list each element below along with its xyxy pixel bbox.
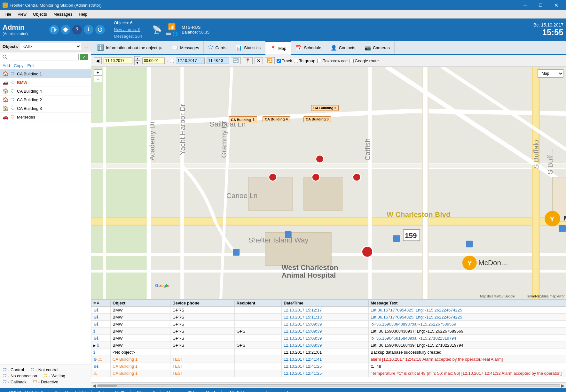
col-object[interactable]: Object [111,300,170,307]
table-row[interactable]: ⊕ ⚠ CA Building 1 TEST 12.10.2017 12:41:… [91,356,566,363]
to-group-checkbox[interactable] [294,59,298,63]
table-row[interactable]: ⊕ℹ BMW GPRS 12.10.2017 15:08:39 lo=36.15… [91,335,566,342]
close-button[interactable]: ✕ [549,0,563,10]
table-row[interactable]: ℹ BMW GPRS GPS 12.10.2017 15:09:39 Lat: … [91,328,566,335]
list-item[interactable]: 🏠 🛡 CA Building 3 [0,104,91,113]
logout-icon-btn[interactable] [49,25,59,35]
track-checkbox-label[interactable]: Track [277,58,292,63]
refresh-button[interactable]: 🔄 [231,57,241,64]
table-row[interactable]: ⊕ℹ CA Building 1 TEST 12.10.2017 12:41:2… [91,363,566,370]
new-alarms-link[interactable]: New alarms: 0 [114,27,140,32]
google-route-label: Google route [355,58,379,63]
col-datetime[interactable]: Date/Time [281,300,368,307]
restore-button[interactable]: 🔁 [265,57,275,64]
minimize-button[interactable]: ─ [518,0,533,10]
copy-object-button[interactable]: Copy [14,63,23,68]
legend-control: 🛡 - Control [3,367,24,372]
list-item[interactable]: 🚗 🛡 Mersedes [0,113,91,121]
date-from-input[interactable] [104,58,132,64]
car-icon: 🚗 [3,80,9,85]
edit-object-button[interactable]: Edit [28,63,35,68]
menu-file[interactable]: File [1,11,14,18]
tab-info[interactable]: ℹ️ Information about the object ▶ [92,41,167,54]
table-row[interactable]: ℹ <No object> 12.10.2017 13:21:01 Backup… [91,349,566,356]
row-recipient [234,321,281,328]
time-to-input[interactable] [207,58,229,64]
time-up-button[interactable]: ▲ [134,56,140,61]
zoom-in-button[interactable]: + [94,69,102,76]
tab-contacts-label: Contacts [339,45,355,50]
scroll-left-button[interactable]: ◀ [92,383,96,388]
legend-callback-label: - Callback [8,380,27,384]
row-recipient [234,314,281,321]
tab-messages[interactable]: ✉️ Messages [167,41,204,54]
legend-defective: 🛡 - Defective [33,380,58,384]
info-icon-btn[interactable]: i [84,25,93,35]
date-to-input[interactable] [176,58,205,64]
list-item[interactable]: 🏠 🛡 CA Building 1 [0,70,91,78]
menu-view[interactable]: View [14,11,30,18]
zoom-out-button[interactable]: – [94,76,102,82]
tab-schedule[interactable]: 📅 Schedule [291,41,326,54]
search-input[interactable] [9,54,79,60]
row-object: CA Building 1 [111,363,170,370]
col-message-text[interactable]: Message Text [368,300,566,307]
menu-objects[interactable]: Objects [30,11,50,18]
row-icons: ℹ [91,349,111,356]
row-device: GPRS [170,307,235,314]
table-row[interactable]: ▶ ℹ BMW GPRS GPS 12.10.2017 15:08:39 Lat… [91,342,566,349]
google-route-checkbox[interactable] [350,59,354,63]
scroll-right-button[interactable]: ▶ [561,383,565,388]
tab-statistics[interactable]: 📊 Statistics [231,41,265,54]
to-group-checkbox-label[interactable]: To group [294,58,315,63]
table-row[interactable]: ⊕ℹ BMW GPRS 12.10.2017 15:09:39 lo=36.15… [91,321,566,328]
data-table-scroll[interactable]: ≡ ⬇ Object Device phone Recipient Date/T… [91,299,566,382]
tab-contacts[interactable]: 👤 Contacts [326,41,360,54]
add-object-button[interactable]: Add [3,63,10,68]
sidebar-filter-select[interactable]: <All> [20,43,81,50]
table-row[interactable]: ⊕ℹ BMW GPRS 12.10.2017 15:12:17 Lat:36.1… [91,307,566,314]
tab-cards[interactable]: 🛡 Cards [204,41,231,54]
table-row[interactable]: ⚠ CA Building 1 TEST 12.10.2017 12:41:25… [91,370,566,377]
col-recipient[interactable]: Recipient [234,300,281,307]
list-item[interactable]: 🏠 🛡 CA Building 4 [0,87,91,96]
sidebar-more-btn[interactable]: … [83,44,88,50]
menu-messages[interactable]: Messages [50,11,75,18]
shield-icon: 🛡 [11,114,15,119]
list-item[interactable]: 🚗 🛡 BMW [0,78,91,87]
google-route-checkbox-label[interactable]: Google route [350,58,379,63]
col-device-phone[interactable]: Device phone [170,300,235,307]
time-from-input[interactable] [142,58,165,64]
list-item[interactable]: 🏠 🛡 CA Building 2 [0,96,91,104]
search-go-button[interactable]: ✓ [80,54,88,60]
maximize-button[interactable]: □ [533,0,548,10]
help-icon-btn[interactable]: ? [72,25,82,35]
tab-cameras[interactable]: 📷 Cameras [360,41,395,54]
row-icons: ⊕ ⚠ [91,356,111,363]
report-map-error-link[interactable]: Report a map error [535,294,566,298]
messages-link[interactable]: Messages: 264 [114,34,142,39]
time-down-button[interactable]: ▼ [134,61,140,65]
row-icons: ⊕ℹ [91,307,111,314]
row-device [170,349,235,356]
menu-help[interactable]: Help [75,11,90,18]
track-checkbox[interactable] [277,59,281,63]
no-connection-shield-icon: 🛡 [3,373,7,378]
svg-rect-0 [52,27,54,32]
settings-icon-btn[interactable] [61,25,70,35]
tab-map[interactable]: 📍 Map [265,41,291,55]
map-container[interactable]: Sun wood Dr Grammy Dr Academy Dr Yacht H… [91,67,566,299]
table-row[interactable]: ⊕ℹ BMW GPRS 12.10.2017 15:11:13 Lat:36.1… [91,314,566,321]
prev-arrow-button[interactable]: ◀ [94,57,102,64]
date-checkbox[interactable] [170,59,174,63]
show-all-checkbox-label[interactable]: Показать все [317,58,348,63]
row-message: Lat: 36.1590308438937; Lng: -115.2622675… [368,328,566,335]
location-button[interactable]: 📍 [243,57,253,64]
clear-button[interactable]: ✕ [255,57,263,64]
row-recipient [234,335,281,342]
to-group-label: To group [299,58,315,63]
map-type-select[interactable]: Map Satellite Terrain [538,69,563,78]
data-table-container: ≡ ⬇ Object Device phone Recipient Date/T… [91,299,566,388]
show-all-checkbox[interactable] [317,59,321,63]
power-icon-btn[interactable]: ⏻ [95,25,105,35]
